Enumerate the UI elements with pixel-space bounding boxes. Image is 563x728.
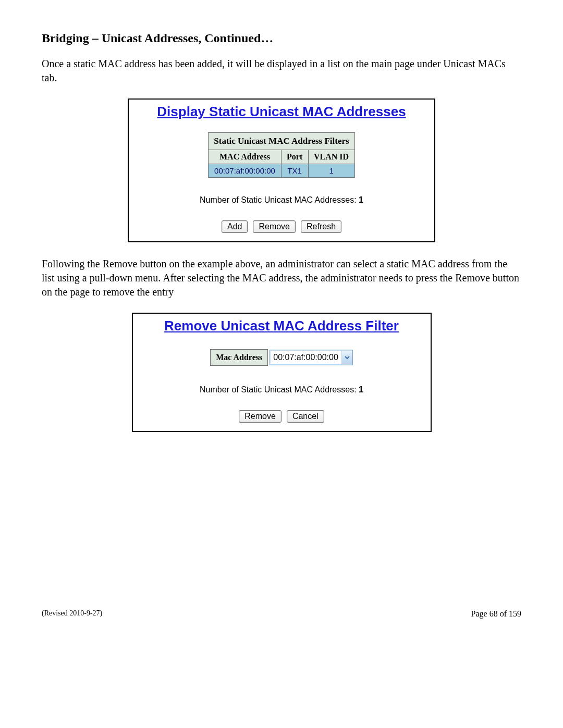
- count-label-2: Number of Static Unicast MAC Addresses:: [200, 385, 359, 394]
- chevron-down-icon: [341, 351, 352, 364]
- col-port: Port: [281, 150, 308, 164]
- cancel-button[interactable]: Cancel: [287, 410, 324, 423]
- cell-mac: 00:07:af:00:00:00: [209, 164, 281, 178]
- page-number: Page 68 of 159: [471, 609, 521, 619]
- col-vlan: VLAN ID: [308, 150, 354, 164]
- count-value: 1: [359, 195, 363, 204]
- panel1-button-row: Add Remove Refresh: [129, 220, 434, 233]
- page-footer: (Revised 2010-9-27) Page 68 of 159: [42, 609, 521, 619]
- count-value-2: 1: [359, 385, 363, 394]
- mac-address-select[interactable]: 00:07:af:00:00:00: [270, 350, 353, 365]
- col-mac: MAC Address: [209, 150, 281, 164]
- intro-paragraph-1: Once a static MAC address has been added…: [42, 57, 521, 85]
- mac-address-value: 00:07:af:00:00:00: [273, 353, 340, 362]
- refresh-button[interactable]: Refresh: [301, 220, 341, 233]
- display-mac-panel: Display Static Unicast MAC Addresses Sta…: [128, 98, 435, 242]
- table-row[interactable]: 00:07:af:00:00:00 TX1 1: [209, 164, 354, 178]
- cell-port: TX1: [281, 164, 308, 178]
- add-button[interactable]: Add: [222, 220, 248, 233]
- mac-table-caption: Static Unicast MAC Address Filters: [209, 133, 354, 150]
- remove-mac-panel: Remove Unicast MAC Address Filter Mac Ad…: [132, 313, 432, 432]
- intro-paragraph-2: Following the Remove button on the examp…: [42, 257, 521, 299]
- section-heading: Bridging – Unicast Addresses, Continued…: [42, 31, 521, 45]
- cell-vlan: 1: [308, 164, 354, 178]
- revised-date: (Revised 2010-9-27): [42, 609, 102, 619]
- remove-confirm-button[interactable]: Remove: [239, 410, 282, 423]
- mac-count-line-2: Number of Static Unicast MAC Addresses: …: [133, 385, 431, 394]
- panel1-title[interactable]: Display Static Unicast MAC Addresses: [133, 104, 430, 120]
- remove-button[interactable]: Remove: [253, 220, 296, 233]
- mac-count-line: Number of Static Unicast MAC Addresses: …: [129, 195, 434, 205]
- count-label: Number of Static Unicast MAC Addresses:: [200, 195, 359, 204]
- mac-filter-table: Static Unicast MAC Address Filters MAC A…: [208, 132, 354, 178]
- mac-address-label: Mac Address: [210, 349, 268, 366]
- panel2-button-row: Remove Cancel: [133, 410, 431, 423]
- remove-form: Mac Address 00:07:af:00:00:00: [209, 348, 354, 367]
- panel2-title[interactable]: Remove Unicast MAC Address Filter: [137, 318, 426, 334]
